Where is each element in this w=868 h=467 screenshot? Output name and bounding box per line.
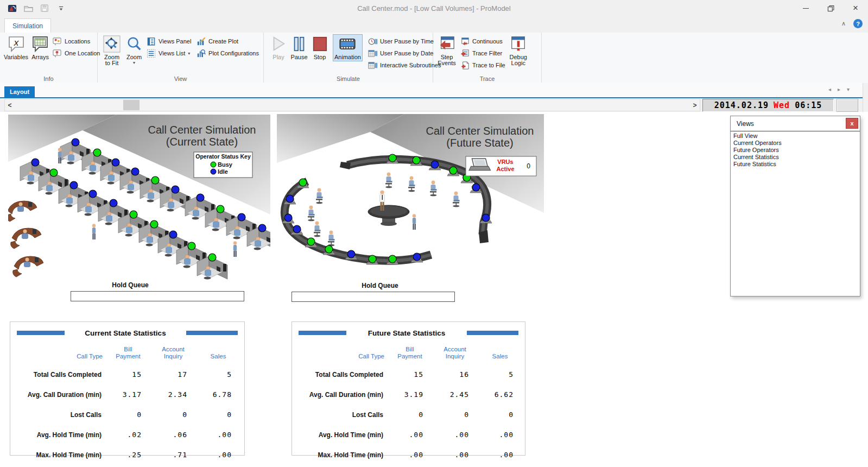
status-dot-idle: [172, 186, 179, 193]
user-pause-by-date-button[interactable]: User Pause by Date: [366, 47, 443, 59]
variables-icon: [8, 35, 25, 53]
animation-button[interactable]: Animation: [333, 34, 363, 61]
col-header: Bill Payment: [388, 346, 432, 364]
app-logo-icon[interactable]: [7, 3, 17, 14]
trace-filter-button[interactable]: Trace Filter: [458, 47, 508, 59]
stat-value: 0: [432, 411, 478, 419]
status-dot-idle: [169, 231, 177, 238]
status-dot-busy: [369, 255, 376, 263]
user-pause-by-time-icon: [368, 37, 377, 46]
views-panel-button[interactable]: Views Panel: [144, 35, 194, 47]
help-button[interactable]: ?: [853, 19, 863, 28]
ribbon-group-trace: Step Events Continuous Trace Filter Trac…: [433, 33, 542, 83]
one-location-button[interactable]: One Location: [50, 47, 102, 59]
stat-row-label: Total Calls Completed: [292, 371, 388, 378]
locations-button[interactable]: Locations: [50, 35, 102, 47]
trace-to-file-button[interactable]: Trace to File: [458, 59, 508, 71]
future-state-scene: Call Center Simulation (Future State) VR…: [274, 114, 546, 277]
ribbon-group-simulate: Play Pause Stop Animation User Pause by …: [264, 33, 433, 83]
minimize-icon: [803, 8, 809, 9]
stop-icon: [311, 35, 328, 53]
ribbon-right-controls: ∧ ?: [841, 19, 863, 28]
pause-button[interactable]: Pause: [289, 34, 309, 61]
view-item[interactable]: Current Statistics: [732, 154, 860, 161]
continuous-button[interactable]: Continuous: [458, 35, 508, 47]
legend-idle-dot: [211, 169, 216, 174]
views-panel-title: Views: [731, 116, 860, 131]
arrays-button[interactable]: Arrays: [30, 34, 50, 61]
status-dot-busy: [208, 254, 216, 261]
stat-row-label: Max. Hold Time (min): [10, 451, 106, 459]
open-model-icon[interactable]: [23, 3, 34, 14]
clock-time: 06:15: [795, 100, 822, 110]
tab-list-caret-icon[interactable]: ▾: [847, 86, 850, 92]
seated-operator: [453, 192, 460, 207]
stat-value: .00: [432, 451, 478, 459]
tab-scroll-right-icon[interactable]: ▸: [838, 86, 840, 92]
zoom-to-fit-button[interactable]: Zoom to Fit: [100, 34, 124, 67]
scroll-clock-row: < > 2014.02.19 Wed 06:15: [0, 98, 868, 112]
view-item[interactable]: Future Statistics: [732, 161, 860, 168]
stat-value: .00: [196, 431, 240, 439]
play-button[interactable]: Play: [268, 34, 289, 61]
seated-operator: [314, 222, 321, 237]
col-header: Sales: [196, 353, 240, 364]
views-list: Full ViewCurrent OperatorsFuture Operato…: [731, 131, 860, 168]
status-dot-busy: [188, 242, 195, 250]
tab-layout[interactable]: Layout: [4, 86, 35, 97]
status-dot-busy: [93, 149, 101, 156]
customize-quick-access-icon[interactable]: [55, 3, 66, 14]
views-list-button[interactable]: Views List ▾: [144, 47, 194, 59]
create-plot-button[interactable]: Create Plot: [194, 35, 261, 47]
stat-value: 15: [106, 370, 150, 378]
close-button[interactable]: ×: [843, 0, 868, 16]
layout-tab-strip: Layout ◂ ▸ ▾: [0, 83, 868, 98]
horizontal-scrollbar[interactable]: < >: [4, 99, 700, 111]
view-item[interactable]: Current Operators: [732, 140, 860, 147]
seated-operator: [408, 176, 415, 192]
interactive-subroutines-button[interactable]: Interactive Subroutines: [366, 59, 443, 71]
variables-button[interactable]: Variables: [2, 34, 30, 61]
scrollbar-thumb[interactable]: [123, 100, 140, 110]
stat-value: .00: [388, 451, 432, 459]
clock-date: 2014.02.19: [714, 100, 769, 110]
stat-value: 17: [150, 370, 196, 378]
status-dot-idle: [197, 194, 204, 201]
stat-row-label: Lost Calls: [10, 411, 106, 419]
col-header: Account Inquiry: [432, 346, 478, 364]
hold-queue-label-future: Hold Queue: [342, 282, 418, 289]
group-label-view: View: [98, 75, 263, 82]
stat-value: .71: [150, 451, 196, 459]
clock-options-button[interactable]: [837, 99, 858, 112]
zoom-button[interactable]: Zoom ▾: [124, 34, 144, 66]
collapse-ribbon-icon[interactable]: ∧: [841, 20, 846, 27]
scroll-left-icon[interactable]: <: [5, 99, 15, 111]
scene-title-line1: Call Center Simulation: [426, 125, 534, 137]
save-icon[interactable]: [39, 3, 50, 14]
vru-label-line2: Active: [496, 166, 514, 172]
restore-icon: [827, 5, 834, 12]
stat-value: .00: [478, 451, 522, 459]
plot-configurations-button[interactable]: Plot Configurations: [194, 47, 261, 59]
view-item[interactable]: Full View: [732, 132, 860, 140]
user-pause-by-time-button[interactable]: User Pause by Time: [366, 35, 443, 47]
debug-logic-button[interactable]: Debug Logic: [508, 34, 529, 67]
operator-status-key: Operator Status Key Busy Idle: [194, 152, 252, 178]
hold-queue-label-current: Hold Queue: [92, 281, 168, 289]
legend-busy-label: Busy: [218, 161, 233, 168]
scroll-right-icon[interactable]: >: [690, 99, 700, 111]
animation-icon: [339, 35, 356, 53]
stop-button[interactable]: Stop: [309, 34, 330, 61]
stat-value: 16: [432, 370, 478, 378]
views-panel-close-button[interactable]: x: [846, 118, 858, 129]
minimize-button[interactable]: [793, 0, 818, 16]
view-item[interactable]: Future Operators: [732, 147, 860, 154]
stat-row-label: Avg. Hold Time (min): [10, 431, 106, 439]
tab-simulation[interactable]: Simulation: [4, 18, 51, 33]
stat-value: .00: [196, 451, 240, 459]
tab-scroll-left-icon[interactable]: ◂: [828, 86, 831, 92]
restore-button[interactable]: [818, 0, 843, 16]
col-header: Account Inquiry: [150, 346, 196, 364]
col-header: Sales: [478, 353, 522, 364]
step-events-button[interactable]: Step Events: [435, 34, 458, 67]
